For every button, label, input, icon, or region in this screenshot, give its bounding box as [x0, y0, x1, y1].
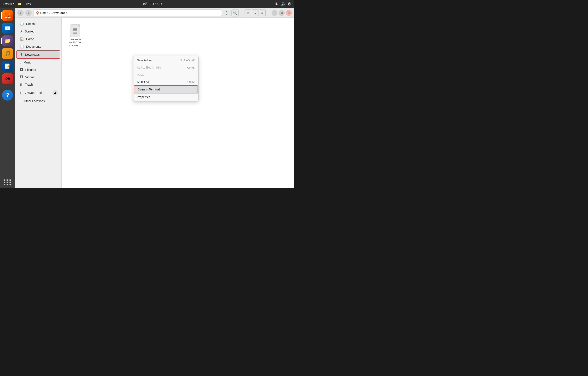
videos-icon: 🎞 — [20, 75, 23, 79]
forward-button[interactable]: › — [25, 10, 32, 16]
writer-icon: 📝 — [2, 61, 13, 72]
sidebar-label-videos: Videos — [25, 75, 34, 79]
dock-item-thunderbird[interactable]: ✉️ — [2, 23, 13, 34]
sidebar-item-downloads[interactable]: ⬇ Downloads — [16, 50, 60, 59]
cm-paste-label: Paste — [137, 73, 144, 76]
vmware-icon: ⊙ — [20, 91, 22, 95]
app-grid-button[interactable] — [4, 180, 11, 185]
downloads-icon: ⬇ — [20, 53, 23, 56]
sidebar-item-vmware[interactable]: ⊙ VMware Tools ⏏ — [16, 88, 60, 97]
sidebar-item-home[interactable]: 🏠 Home — [16, 35, 60, 43]
breadcrumb-home[interactable]: Home — [40, 11, 48, 15]
view-buttons: ☰ ⌄ ≡ — [245, 10, 266, 16]
sidebar-item-other-locations[interactable]: + Other Locations — [16, 97, 60, 105]
sidebar-item-videos[interactable]: 🎞 Videos — [16, 74, 60, 81]
firefox-icon: 🦊 — [2, 10, 13, 21]
dock-item-help[interactable]: ? — [2, 90, 13, 101]
zip-stripe — [73, 28, 77, 34]
dock-item-files[interactable]: 📁 — [2, 35, 13, 46]
file-icon-vmwaretools — [69, 24, 81, 38]
dock-item-rhythmbox[interactable]: 🎵 — [2, 48, 13, 59]
topbar: Activities 📁 Files 9月 27 17：25 🖧 🔊 ⏻ — [0, 0, 294, 8]
breadcrumb-current: Downloads — [52, 11, 67, 15]
sidebar-label-recent: Recent — [26, 22, 35, 25]
file-item-vmwaretools[interactable]: VMwareTools-10.3.10-12406962… — [66, 22, 85, 49]
file-manager-window: ‹ › 🏠 Home / Downloads ⋮ 🔍 ☰ ⌄ ≡ − ⧉ ✕ — [15, 8, 294, 188]
context-menu-properties[interactable]: Properties — [134, 93, 198, 101]
sidebar-label-other: Other Locations — [24, 99, 45, 103]
context-menu-add-bookmarks: Add to Bookmarks Ctrl+D — [134, 64, 198, 71]
cm-select-all-label: Select All — [137, 80, 149, 84]
titlebar: ‹ › 🏠 Home / Downloads ⋮ 🔍 ☰ ⌄ ≡ − ⧉ ✕ — [15, 8, 294, 18]
grid-view-button[interactable]: ≡ — [259, 10, 266, 16]
sort-icon: ⌄ — [254, 11, 257, 15]
dock-item-writer[interactable]: 📝 — [2, 61, 13, 72]
sort-view-button[interactable]: ⌄ — [252, 10, 259, 16]
appstore-icon: 🛍 — [2, 73, 13, 84]
window-controls: − ⧉ ✕ — [272, 10, 292, 16]
cm-add-bookmarks-label: Add to Bookmarks — [137, 66, 161, 69]
zip-file-icon — [70, 24, 80, 37]
dock-item-appstore[interactable]: 🛍 — [2, 73, 13, 84]
eject-button[interactable]: ⏏ — [52, 90, 58, 96]
breadcrumb-separator: / — [49, 11, 50, 15]
maximize-button[interactable]: ⧉ — [279, 10, 285, 16]
dock-item-firefox[interactable]: 🦊 — [2, 10, 13, 21]
context-menu-select-all[interactable]: Select All Ctrl+A — [134, 78, 198, 86]
search-button[interactable]: 🔍 — [231, 9, 239, 16]
datetime-label: 9月 27 17：25 — [143, 2, 162, 6]
cm-new-folder-label: New Folder — [137, 59, 152, 62]
sidebar-item-starred[interactable]: ★ Starred — [16, 28, 60, 35]
sidebar-label-downloads: Downloads — [25, 53, 40, 56]
topbar-right: 🖧 🔊 ⏻ — [274, 2, 291, 6]
context-menu-new-folder[interactable]: New Folder Shift+Ctrl+N — [134, 57, 198, 64]
trash-icon: 🗑 — [20, 83, 23, 86]
other-locations-icon: + — [20, 99, 22, 103]
list-view-button[interactable]: ☰ — [245, 10, 251, 16]
file-label-vmwaretools: VMwareTools-10.3.10-12406962… — [69, 38, 82, 47]
help-icon: ? — [2, 90, 13, 101]
cm-select-all-shortcut: Ctrl+A — [188, 80, 195, 84]
location-menu-button[interactable]: ⋮ — [223, 10, 230, 16]
home-sidebar-icon: 🏠 — [20, 37, 24, 41]
sidebar-label-vmware: VMware Tools — [25, 91, 43, 95]
sidebar-label-documents: Documents — [26, 45, 41, 48]
network-icon[interactable]: 🖧 — [274, 2, 278, 6]
cm-properties-label: Properties — [137, 95, 150, 99]
sidebar-label-music: Music — [24, 61, 32, 64]
topbar-center: 9月 27 17：25 — [143, 2, 162, 6]
sidebar-item-pictures[interactable]: 🖼 Pictures — [16, 66, 60, 73]
context-menu-open-terminal[interactable]: Open in Terminal — [134, 86, 198, 93]
documents-icon: 📄 — [20, 44, 24, 49]
file-area: VMwareTools-10.3.10-12406962… New Folder… — [62, 18, 294, 188]
vmware-left: ⊙ VMware Tools — [20, 91, 43, 95]
sidebar-label-starred: Starred — [25, 30, 35, 33]
minimize-button[interactable]: − — [272, 10, 277, 16]
sidebar-label-home: Home — [26, 37, 34, 41]
close-button[interactable]: ✕ — [286, 10, 292, 16]
cm-add-bookmarks-shortcut: Ctrl+D — [187, 66, 195, 69]
sidebar-item-music[interactable]: ♪ Music — [16, 59, 60, 66]
context-menu: New Folder Shift+Ctrl+N Add to Bookmarks… — [133, 56, 199, 102]
topbar-left: Activities 📁 Files — [2, 2, 31, 6]
thunderbird-icon: ✉️ — [2, 23, 13, 34]
dock: 🦊 ✉️ 📁 🎵 📝 🛍 ? — [0, 8, 15, 188]
power-icon[interactable]: ⏻ — [288, 2, 291, 6]
recent-icon: 🕐 — [20, 22, 24, 26]
back-button[interactable]: ‹ — [17, 10, 24, 16]
music-icon: ♪ — [20, 61, 21, 64]
breadcrumb[interactable]: 🏠 Home / Downloads — [33, 10, 222, 16]
rhythmbox-icon: 🎵 — [2, 48, 13, 59]
volume-icon[interactable]: 🔊 — [281, 2, 285, 6]
starred-icon: ★ — [20, 29, 23, 33]
cm-open-terminal-label: Open in Terminal — [138, 88, 160, 91]
sidebar-item-documents[interactable]: 📄 Documents — [16, 43, 60, 50]
home-icon: 🏠 — [36, 11, 39, 15]
app-name-label: Files — [24, 2, 31, 6]
pictures-icon: 🖼 — [20, 68, 23, 72]
sidebar-item-trash[interactable]: 🗑 Trash — [16, 81, 60, 88]
sidebar-item-recent[interactable]: 🕐 Recent — [16, 20, 60, 27]
cm-new-folder-shortcut: Shift+Ctrl+N — [180, 59, 195, 62]
activities-label[interactable]: Activities — [2, 2, 14, 6]
sidebar-label-pictures: Pictures — [25, 68, 36, 72]
